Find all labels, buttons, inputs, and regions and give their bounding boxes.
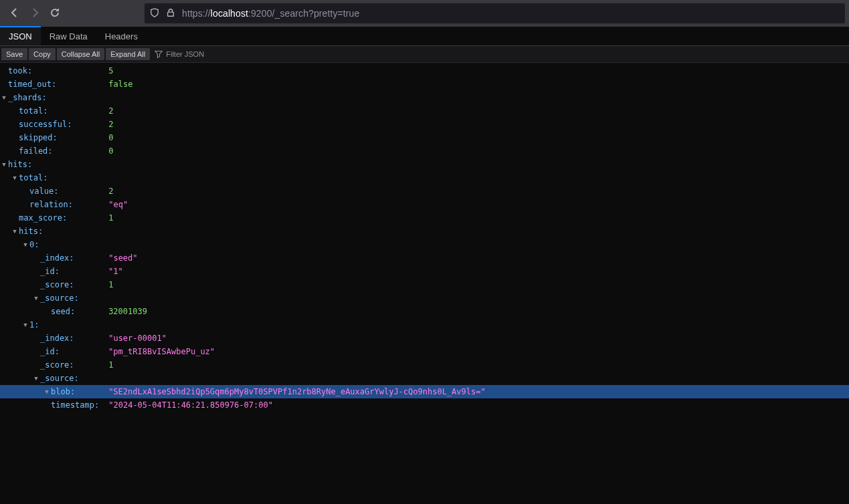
json-value: 5 bbox=[108, 64, 113, 78]
json-value: 1 bbox=[108, 358, 113, 372]
json-value: 2 bbox=[108, 118, 113, 131]
json-key: _id bbox=[40, 265, 55, 278]
json-row[interactable]: _id:"1" bbox=[0, 265, 849, 278]
json-key: total bbox=[19, 171, 43, 184]
nav-buttons bbox=[4, 7, 66, 20]
json-row[interactable]: seed:32001039 bbox=[0, 305, 849, 318]
lock-icon bbox=[166, 8, 175, 19]
json-key: blob bbox=[51, 385, 70, 398]
save-button[interactable]: Save bbox=[1, 48, 27, 60]
json-value: 2 bbox=[108, 184, 113, 198]
tab-json[interactable]: JSON bbox=[0, 26, 41, 45]
json-value: 0 bbox=[108, 144, 113, 158]
view-tabs: JSON Raw Data Headers bbox=[0, 27, 849, 46]
back-icon[interactable] bbox=[9, 7, 20, 20]
json-key: _score bbox=[40, 278, 69, 291]
url-bar[interactable]: https://localhost:9200/_search?pretty=tr… bbox=[145, 3, 845, 23]
json-key: _index bbox=[40, 251, 69, 265]
twisty-icon[interactable]: ▼ bbox=[21, 318, 29, 332]
json-value: 1 bbox=[108, 211, 113, 225]
json-row[interactable]: ▼_source: bbox=[0, 372, 849, 385]
tab-raw-data[interactable]: Raw Data bbox=[41, 26, 96, 45]
json-value: "seed" bbox=[108, 251, 137, 265]
json-row[interactable]: _index:"seed" bbox=[0, 251, 849, 265]
json-row[interactable]: _score:1 bbox=[0, 278, 849, 291]
json-key: failed bbox=[19, 144, 48, 158]
json-row[interactable]: ▼1: bbox=[0, 318, 849, 332]
json-row[interactable]: relation:"eq" bbox=[0, 198, 849, 211]
json-key: took bbox=[8, 64, 27, 78]
json-row[interactable]: skipped:0 bbox=[0, 131, 849, 144]
twisty-icon[interactable]: ▼ bbox=[32, 291, 40, 305]
json-key: 1 bbox=[29, 318, 34, 332]
json-row[interactable]: took:5 bbox=[0, 64, 849, 78]
json-row[interactable]: max_score:1 bbox=[0, 211, 849, 225]
json-value: "SE2ndLxA1seSbhd2iQp5Gqm6pMy8vT0SPVPf1n2… bbox=[108, 385, 486, 398]
json-row[interactable]: total:2 bbox=[0, 104, 849, 118]
json-value: 1 bbox=[108, 278, 113, 291]
json-row[interactable]: ▼_source: bbox=[0, 291, 849, 305]
json-key: timed_out bbox=[8, 78, 52, 91]
twisty-icon[interactable]: ▼ bbox=[0, 158, 8, 171]
json-key: total bbox=[19, 104, 43, 118]
json-value: "2024-05-04T11:46:21.850976-07:00" bbox=[108, 398, 273, 412]
json-row[interactable]: ▼hits: bbox=[0, 158, 849, 171]
collapse-all-button[interactable]: Collapse All bbox=[57, 48, 104, 60]
twisty-icon[interactable]: ▼ bbox=[32, 372, 40, 385]
json-value: false bbox=[108, 78, 132, 91]
json-value: "user-00001" bbox=[108, 332, 167, 345]
json-row[interactable]: failed:0 bbox=[0, 144, 849, 158]
json-value: "pm_tRI8BvISAwbePu_uz" bbox=[108, 345, 215, 358]
filter-json[interactable]: Filter JSON bbox=[155, 50, 204, 58]
json-row[interactable]: ▼blob:"SE2ndLxA1seSbhd2iQp5Gqm6pMy8vT0SP… bbox=[0, 385, 849, 398]
json-value: "1" bbox=[108, 265, 123, 278]
svg-rect-0 bbox=[168, 12, 174, 16]
expand-all-button[interactable]: Expand All bbox=[106, 48, 150, 60]
copy-button[interactable]: Copy bbox=[29, 48, 56, 60]
json-key: successful bbox=[19, 118, 67, 131]
json-row[interactable]: timed_out:false bbox=[0, 78, 849, 91]
json-value: 2 bbox=[108, 104, 113, 118]
json-row[interactable]: ▼0: bbox=[0, 238, 849, 251]
browser-nav-bar: https://localhost:9200/_search?pretty=tr… bbox=[0, 0, 849, 27]
shield-icon bbox=[150, 8, 159, 19]
json-value: "eq" bbox=[108, 198, 128, 211]
json-key: max_score bbox=[19, 211, 62, 225]
json-row[interactable]: ▼hits: bbox=[0, 225, 849, 238]
json-key: hits bbox=[8, 158, 27, 171]
json-row[interactable]: _id:"pm_tRI8BvISAwbePu_uz" bbox=[0, 345, 849, 358]
json-row[interactable]: successful:2 bbox=[0, 118, 849, 131]
json-key: value bbox=[29, 184, 54, 198]
twisty-icon[interactable]: ▼ bbox=[11, 171, 19, 184]
json-key: seed bbox=[51, 305, 70, 318]
json-tree[interactable]: took:5timed_out:false▼_shards:total:2suc… bbox=[0, 63, 849, 412]
json-key: 0 bbox=[29, 238, 34, 251]
json-key: timestamp bbox=[51, 398, 94, 412]
url-text: https://localhost:9200/_search?pretty=tr… bbox=[182, 8, 359, 19]
json-key: hits bbox=[19, 225, 38, 238]
filter-placeholder: Filter JSON bbox=[166, 50, 204, 58]
funnel-icon bbox=[155, 50, 163, 58]
json-value: 0 bbox=[108, 131, 113, 144]
json-row[interactable]: timestamp:"2024-05-04T11:46:21.850976-07… bbox=[0, 398, 849, 412]
reload-icon[interactable] bbox=[50, 7, 60, 20]
json-key: _shards bbox=[8, 91, 42, 104]
json-toolbar: Save Copy Collapse All Expand All Filter… bbox=[0, 46, 849, 63]
json-value: 32001039 bbox=[108, 305, 147, 318]
twisty-icon[interactable]: ▼ bbox=[0, 91, 8, 104]
json-row[interactable]: _index:"user-00001" bbox=[0, 332, 849, 345]
json-row[interactable]: value:2 bbox=[0, 184, 849, 198]
json-key: _score bbox=[40, 358, 69, 372]
tab-headers[interactable]: Headers bbox=[96, 26, 147, 45]
json-key: skipped bbox=[19, 131, 53, 144]
twisty-icon[interactable]: ▼ bbox=[11, 225, 19, 238]
json-row[interactable]: ▼total: bbox=[0, 171, 849, 184]
json-row[interactable]: ▼_shards: bbox=[0, 91, 849, 104]
json-key: _id bbox=[40, 345, 55, 358]
twisty-icon[interactable]: ▼ bbox=[43, 385, 51, 398]
forward-icon bbox=[29, 7, 40, 20]
json-key: _index bbox=[40, 332, 69, 345]
json-row[interactable]: _score:1 bbox=[0, 358, 849, 372]
twisty-icon[interactable]: ▼ bbox=[21, 238, 29, 251]
json-key: _source bbox=[40, 372, 74, 385]
